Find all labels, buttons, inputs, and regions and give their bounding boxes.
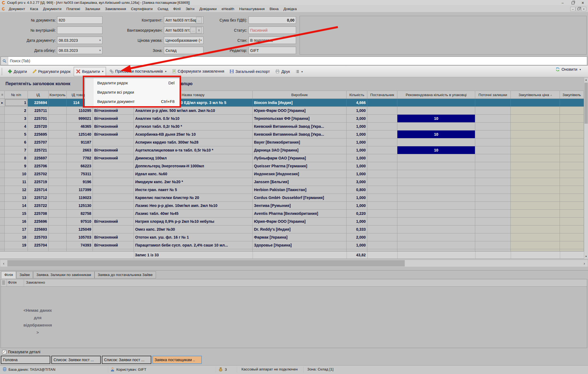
scroll-right-icon[interactable]: › <box>581 260 588 267</box>
horizontal-scrollbar[interactable]: ‹ › <box>0 260 588 267</box>
document-tab-4[interactable]: Заявка поставщикам .. <box>152 356 202 364</box>
column-header-control[interactable]: Контроль <box>49 91 67 99</box>
chevron-down-icon[interactable]: ▾ <box>99 38 101 42</box>
menu-Документ[interactable]: Документ <box>6 6 28 11</box>
menu-Довідка[interactable]: Довідка <box>281 6 299 11</box>
column-header-maker[interactable]: Виробник <box>253 91 347 99</box>
scroll-up-icon[interactable]: ▲ <box>584 78 588 82</box>
detail-tab-заявка-залишки-по-замінникам[interactable]: Заявка. Залишки по замінникам <box>33 271 94 278</box>
vertical-scrollbar[interactable]: ▲ ▼ <box>584 78 588 259</box>
field-вантажоодержувач[interactable]: Апт №003 пгт.Барышевка, ул.К…X <box>164 26 203 34</box>
menu-eHealth[interactable]: eHealth <box>219 6 237 11</box>
редагувати-рядок-button[interactable]: Редагувати рядок <box>30 67 73 76</box>
field-сумабезпдв[interactable]: 0,00 <box>249 16 296 24</box>
table-row[interactable]: 1622569697510ВітчизнянийНатрия хлорид 0,… <box>0 218 588 225</box>
chevron-down-icon[interactable]: ▾ <box>99 49 101 52</box>
menu-Склад[interactable]: Склад <box>155 6 171 11</box>
column-header-value[interactable]: Закупівель <box>560 91 584 99</box>
table-row[interactable]: 12225714117399Инсти гран. пакет № 5Herbi… <box>0 186 588 194</box>
menu-Налаштування[interactable]: Налаштування <box>237 6 267 11</box>
додати-button[interactable]: Додати <box>6 67 29 76</box>
table-row[interactable]: 422572046365ВітчизнянийАртихол табл. 0,2… <box>0 123 588 130</box>
table-row[interactable]: 82256977782ВітчизнянийДимексид 100млЛубн… <box>0 154 588 162</box>
table-row[interactable]: 1522570882758Лазикс табл. 40мг №45Aventi… <box>0 210 588 218</box>
toolbar-grip[interactable] <box>2 68 4 75</box>
menu-Вікна[interactable]: Вікна <box>267 6 281 11</box>
table-row[interactable]: 922570666223Доппельгерц Энерготоник-Н 10… <box>0 162 588 170</box>
друк-button[interactable]: Друк <box>273 67 292 76</box>
column-header-price[interactable]: Закупівельна ціна▵ <box>511 91 560 99</box>
detail-column-filia[interactable]: Філія <box>8 280 16 284</box>
chevron-down-icon[interactable]: ▾ <box>200 38 202 42</box>
menu-Залишки[interactable]: Залишки <box>82 6 102 11</box>
detail-column-zamovleno[interactable]: Замовлено <box>26 280 45 284</box>
table-row[interactable]: 14225722125130Лазикс Нео р-р д/ин. 10мг/… <box>0 202 588 210</box>
show-details-checkbox[interactable]: ✓ Показувати деталі <box>2 350 40 354</box>
field-контрагент[interactable]: Апт №003 пгт.Барышевка, ул.Киев… <box>164 16 203 24</box>
table-row[interactable]: 18225703105703ВітчизнянийОтотон кап. уш.… <box>0 233 588 241</box>
refresh-button[interactable]: Оновити ▾ <box>556 67 581 72</box>
menu-Сертифікати[interactable]: Сертифікати <box>128 6 155 11</box>
field-документа[interactable]: 820 <box>57 16 102 24</box>
table-row[interactable]: 20225700125110ВітчизнянийПарацетамол таб… <box>0 249 588 251</box>
minimize-button[interactable]: – <box>559 1 567 5</box>
document-tab-3[interactable]: Список: Заявки пост ... <box>102 356 151 364</box>
column-header-qty[interactable]: Кількість <box>347 91 367 99</box>
scroll-down-icon[interactable]: ▼ <box>584 254 588 259</box>
table-row[interactable]: 622570791187Аспирин кардио табл. 300мг №… <box>0 138 588 146</box>
column-header-stock[interactable]: Поточні залишки <box>475 91 511 99</box>
lookup-ellipsis-button[interactable]: … <box>190 27 196 33</box>
table-row[interactable]: 5225695125140ВітчизнянийАскорбинка-КВ ды… <box>0 130 588 138</box>
mdi-minimize-button[interactable]: – <box>570 7 575 11</box>
field-статус[interactable]: Пасивний <box>249 26 296 34</box>
column-header-supplier[interactable]: Постачальник <box>367 91 397 99</box>
table-row[interactable]: 3225701999021ВітчизнянийАналгин табл. 0.… <box>0 115 588 123</box>
field-ціноваумова[interactable]: Ценообразование (госпиталь)▾ <box>164 37 203 44</box>
document-tab-2[interactable]: Список: Заявки пост ... <box>51 356 101 364</box>
field-внутрішній[interactable] <box>57 26 102 34</box>
присвоїти-постачальників-button[interactable]: Присвоїти постачальників▾ <box>107 67 169 76</box>
horizontal-scroll-thumb[interactable] <box>7 260 405 266</box>
menu-Звіти[interactable]: Звіти <box>183 6 197 11</box>
menu-Документи[interactable]: Документи <box>41 6 64 11</box>
menu-Каса[interactable]: Каса <box>28 6 41 11</box>
table-row[interactable]: 17225693125049Омез капс. 20мг №30Dr. Red… <box>0 225 588 233</box>
menu-Замовлення[interactable]: Замовлення <box>103 6 129 11</box>
column-header-n[interactable]: № п/п <box>5 91 28 99</box>
column-header-rec[interactable]: Рекомендована кількість в упаковці <box>397 91 475 99</box>
detail-tab-заявка-до-постачальника-зайве[interactable]: Заявка до постачальника Зайве <box>94 271 156 278</box>
menu-item-видалити-всі-рядки[interactable]: Видалити всі рядки <box>85 87 179 97</box>
field-зона[interactable]: Склад <box>164 47 203 54</box>
field-датаобліку[interactable]: 08.03.2023▾ <box>57 47 102 54</box>
menu-item-видалити-рядок[interactable]: Видалити рядокDel <box>85 78 179 87</box>
clear-button[interactable]: X <box>196 27 202 33</box>
close-button[interactable]: × <box>579 1 587 5</box>
table-row[interactable]: 1022570275311Идеал капс. №60Индонезия [И… <box>0 170 588 178</box>
сформувати-замовлення-button[interactable]: Сформувати замовлення <box>170 67 226 76</box>
scroll-left-icon[interactable]: ‹ <box>0 260 7 267</box>
search-input[interactable]: Поиск (Tab) <box>1 57 587 65</box>
загальний-експорт-button[interactable]: Загальний експорт <box>227 67 272 76</box>
document-tab-1[interactable]: Головна <box>1 356 50 364</box>
column-header-id[interactable]: ІД <box>28 91 49 99</box>
видалити-button[interactable]: Видалити▾ <box>74 67 106 76</box>
menu-Філії[interactable]: Філії <box>171 6 183 11</box>
table-row[interactable]: 112257199196Имодиум капс. 2мг №20 *Janss… <box>0 178 588 186</box>
table-row[interactable]: 72257212663ВітчизнянийАцетилсалициловая … <box>0 146 588 154</box>
mdi-restore-button[interactable] <box>576 7 581 11</box>
column-header-ind[interactable]: ≡ <box>0 91 5 99</box>
detail-tab-філія[interactable]: Філія <box>1 271 16 278</box>
field-датадокументу[interactable]: 08.03.2023▾ <box>57 37 102 44</box>
lookup-ellipsis-button[interactable]: … <box>196 17 202 23</box>
menu-Довідники[interactable]: Довідники <box>197 6 219 11</box>
menu-item-видалити-документ[interactable]: Видалити документCtrl+F8 <box>85 97 179 106</box>
detail-tab-зайве[interactable]: Зайве <box>16 271 33 278</box>
vertical-scroll-thumb[interactable] <box>584 83 588 124</box>
mdi-close-button[interactable]: × <box>581 7 586 11</box>
list-view-button[interactable]: ▾ <box>293 67 305 76</box>
table-row[interactable]: 1922570474393ВітчизнянийПарацетамол беби… <box>0 241 588 249</box>
field-стан[interactable]: В подготовке <box>249 37 296 44</box>
field-редактор[interactable]: GIFT <box>249 47 296 54</box>
table-row[interactable]: 13225712119023Карвелис пастилки блистер … <box>0 194 588 202</box>
restore-button[interactable] <box>569 1 577 5</box>
